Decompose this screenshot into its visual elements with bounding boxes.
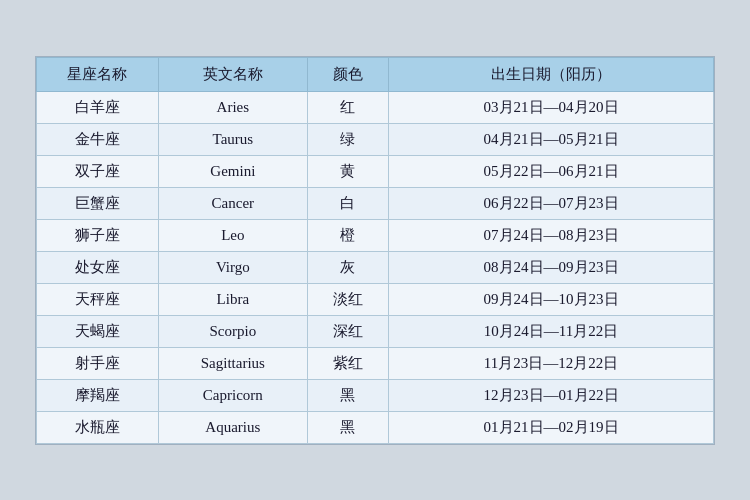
cell-english: Cancer — [158, 187, 307, 219]
cell-color: 橙 — [307, 219, 388, 251]
cell-english: Libra — [158, 283, 307, 315]
cell-english: Sagittarius — [158, 347, 307, 379]
cell-date: 07月24日—08月23日 — [389, 219, 714, 251]
cell-color: 深红 — [307, 315, 388, 347]
header-color: 颜色 — [307, 57, 388, 91]
cell-color: 紫红 — [307, 347, 388, 379]
cell-chinese: 双子座 — [37, 155, 159, 187]
cell-date: 06月22日—07月23日 — [389, 187, 714, 219]
zodiac-table-container: 星座名称 英文名称 颜色 出生日期（阳历） 白羊座Aries红03月21日—04… — [35, 56, 715, 445]
cell-date: 12月23日—01月22日 — [389, 379, 714, 411]
cell-color: 黑 — [307, 411, 388, 443]
cell-chinese: 金牛座 — [37, 123, 159, 155]
cell-color: 黑 — [307, 379, 388, 411]
table-row: 金牛座Taurus绿04月21日—05月21日 — [37, 123, 714, 155]
cell-chinese: 水瓶座 — [37, 411, 159, 443]
cell-english: Scorpio — [158, 315, 307, 347]
cell-color: 黄 — [307, 155, 388, 187]
cell-date: 01月21日—02月19日 — [389, 411, 714, 443]
cell-date: 09月24日—10月23日 — [389, 283, 714, 315]
table-row: 狮子座Leo橙07月24日—08月23日 — [37, 219, 714, 251]
cell-color: 白 — [307, 187, 388, 219]
cell-chinese: 天蝎座 — [37, 315, 159, 347]
cell-chinese: 白羊座 — [37, 91, 159, 123]
cell-color: 绿 — [307, 123, 388, 155]
table-row: 双子座Gemini黄05月22日—06月21日 — [37, 155, 714, 187]
cell-chinese: 处女座 — [37, 251, 159, 283]
cell-date: 08月24日—09月23日 — [389, 251, 714, 283]
cell-color: 淡红 — [307, 283, 388, 315]
cell-chinese: 射手座 — [37, 347, 159, 379]
cell-english: Virgo — [158, 251, 307, 283]
table-row: 水瓶座Aquarius黑01月21日—02月19日 — [37, 411, 714, 443]
table-row: 处女座Virgo灰08月24日—09月23日 — [37, 251, 714, 283]
cell-english: Taurus — [158, 123, 307, 155]
table-row: 天蝎座Scorpio深红10月24日—11月22日 — [37, 315, 714, 347]
cell-date: 03月21日—04月20日 — [389, 91, 714, 123]
zodiac-table: 星座名称 英文名称 颜色 出生日期（阳历） 白羊座Aries红03月21日—04… — [36, 57, 714, 444]
cell-date: 04月21日—05月21日 — [389, 123, 714, 155]
cell-chinese: 天秤座 — [37, 283, 159, 315]
header-chinese: 星座名称 — [37, 57, 159, 91]
cell-color: 灰 — [307, 251, 388, 283]
header-english: 英文名称 — [158, 57, 307, 91]
table-row: 摩羯座Capricorn黑12月23日—01月22日 — [37, 379, 714, 411]
table-header-row: 星座名称 英文名称 颜色 出生日期（阳历） — [37, 57, 714, 91]
header-date: 出生日期（阳历） — [389, 57, 714, 91]
cell-english: Aquarius — [158, 411, 307, 443]
cell-english: Gemini — [158, 155, 307, 187]
cell-color: 红 — [307, 91, 388, 123]
cell-date: 10月24日—11月22日 — [389, 315, 714, 347]
table-row: 白羊座Aries红03月21日—04月20日 — [37, 91, 714, 123]
cell-english: Leo — [158, 219, 307, 251]
cell-date: 11月23日—12月22日 — [389, 347, 714, 379]
table-body: 白羊座Aries红03月21日—04月20日金牛座Taurus绿04月21日—0… — [37, 91, 714, 443]
cell-chinese: 狮子座 — [37, 219, 159, 251]
cell-english: Aries — [158, 91, 307, 123]
table-row: 射手座Sagittarius紫红11月23日—12月22日 — [37, 347, 714, 379]
cell-chinese: 摩羯座 — [37, 379, 159, 411]
cell-chinese: 巨蟹座 — [37, 187, 159, 219]
table-row: 天秤座Libra淡红09月24日—10月23日 — [37, 283, 714, 315]
cell-date: 05月22日—06月21日 — [389, 155, 714, 187]
cell-english: Capricorn — [158, 379, 307, 411]
table-row: 巨蟹座Cancer白06月22日—07月23日 — [37, 187, 714, 219]
